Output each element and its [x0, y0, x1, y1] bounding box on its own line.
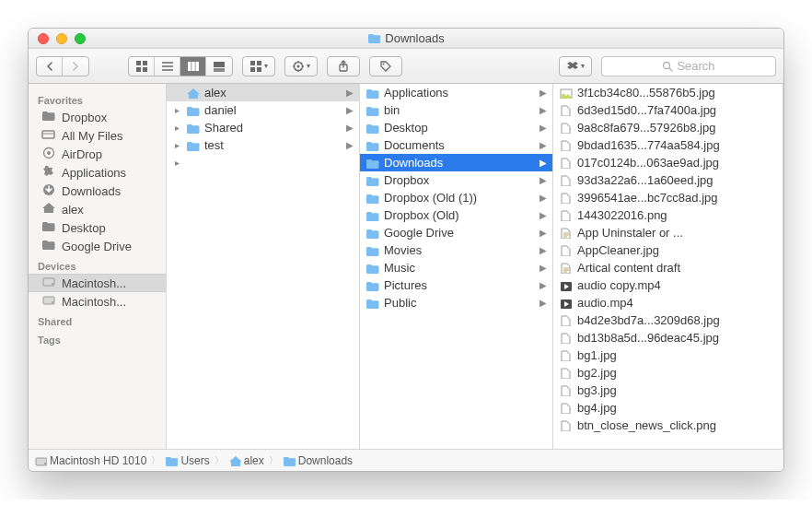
chevron-right-icon: ▶ — [539, 88, 549, 98]
breadcrumb[interactable]: Users — [165, 454, 209, 467]
chevron-right-icon: ▶ — [539, 193, 549, 203]
list-item-label: audio copy.mp4 — [577, 278, 661, 292]
breadcrumb-sep: 〉 — [150, 454, 161, 467]
list-item[interactable]: audio.mp4 — [553, 294, 783, 311]
sidebar-item-alex[interactable]: alex — [29, 200, 166, 218]
column-2[interactable]: Applications▶bin▶Desktop▶Documents▶Downl… — [360, 84, 553, 449]
list-item[interactable]: ▸ — [167, 154, 359, 171]
all-icon — [41, 128, 56, 143]
folder-icon — [186, 140, 200, 151]
chevron-right-icon: ▶ — [539, 228, 549, 238]
view-icon-button[interactable] — [129, 57, 155, 76]
dropbox-dropdown[interactable]: ▾ — [559, 56, 592, 76]
list-item[interactable]: alex▶ — [167, 84, 359, 101]
forward-button[interactable] — [63, 57, 88, 76]
sidebar-item-applications[interactable]: Applications — [29, 163, 166, 182]
minimize-button[interactable] — [56, 33, 67, 44]
sidebar-item-macintosh-[interactable]: Macintosh... — [29, 274, 166, 292]
back-button[interactable] — [37, 57, 63, 76]
home-icon — [186, 88, 200, 99]
list-item[interactable]: ▸test▶ — [167, 136, 359, 154]
sidebar-item-airdrop[interactable]: AirDrop — [29, 145, 166, 163]
doc-icon — [559, 263, 573, 274]
file-icon — [559, 158, 573, 169]
list-item[interactable]: Desktop▶ — [360, 119, 552, 136]
breadcrumb[interactable]: Macintosh HD 1010 — [34, 454, 146, 467]
sidebar-item-label: Google Drive — [62, 240, 132, 253]
list-item[interactable]: Downloads▶ — [360, 154, 552, 171]
share-button[interactable] — [327, 56, 360, 76]
list-item[interactable]: App Uninstaler or ... — [553, 224, 783, 241]
list-item[interactable]: Dropbox (Old (1))▶ — [360, 189, 552, 206]
sidebar-header: Tags — [29, 329, 166, 347]
breadcrumb-sep: 〉 — [268, 454, 279, 467]
folder-icon — [283, 455, 296, 466]
down-icon — [41, 183, 56, 198]
column-3[interactable]: 3f1cb34c80...55876b5.jpg6d3ed15d0...7fa7… — [553, 84, 783, 449]
action-dropdown[interactable]: ▾ — [284, 56, 318, 76]
list-item[interactable]: 9a8c8fa679...57926b8.jpg — [553, 119, 783, 136]
tags-button[interactable] — [369, 56, 402, 76]
sidebar-item-dropbox[interactable]: Dropbox — [29, 108, 166, 126]
sidebar-item-label: Desktop — [62, 221, 106, 235]
close-button[interactable] — [38, 33, 49, 44]
view-buttons — [128, 56, 233, 76]
breadcrumb[interactable]: alex — [228, 454, 264, 467]
list-item[interactable]: Public▶ — [360, 294, 552, 311]
doc-icon — [559, 228, 573, 239]
list-item[interactable]: 3f1cb34c80...55876b5.jpg — [553, 84, 783, 101]
list-item-label: b4d2e3bd7a...3209d68.jpg — [577, 313, 720, 327]
view-coverflow-button[interactable] — [206, 57, 232, 76]
list-item[interactable]: Dropbox (Old)▶ — [360, 206, 552, 224]
list-item[interactable]: 93d3a22a6...1a60eed.jpg — [553, 171, 783, 189]
sidebar-item-downloads[interactable]: Downloads — [29, 182, 166, 200]
folder-icon — [365, 210, 379, 221]
breadcrumb[interactable]: Downloads — [283, 454, 353, 467]
sidebar-item-label: alex — [62, 203, 84, 217]
list-item[interactable]: 6d3ed15d0...7fa7400a.jpg — [553, 101, 783, 119]
list-item[interactable]: Music▶ — [360, 259, 552, 276]
list-item[interactable]: Google Drive▶ — [360, 224, 552, 241]
list-item[interactable]: b4d2e3bd7a...3209d68.jpg — [553, 311, 783, 329]
list-item[interactable]: bg3.jpg — [553, 382, 783, 399]
list-item[interactable]: 017c0124b...063ae9ad.jpg — [553, 154, 783, 171]
list-item[interactable]: Pictures▶ — [360, 276, 552, 294]
list-item[interactable]: Documents▶ — [360, 136, 552, 154]
sidebar-item-desktop[interactable]: Desktop — [29, 218, 166, 237]
zoom-button[interactable] — [75, 33, 86, 44]
view-list-button[interactable] — [155, 57, 180, 76]
list-item-label: btn_close_news_click.png — [577, 418, 716, 432]
list-item[interactable]: 1443022016.png — [553, 206, 783, 224]
column-1[interactable]: alex▶▸daniel▶▸Shared▶▸test▶▸ — [167, 84, 360, 449]
list-item[interactable]: bd13b8a5d...96deac45.jpg — [553, 329, 783, 346]
view-column-button[interactable] — [180, 57, 206, 76]
list-item[interactable]: Movies▶ — [360, 241, 552, 259]
list-item[interactable]: bin▶ — [360, 101, 552, 119]
list-item[interactable]: audio copy.mp4 — [553, 276, 783, 294]
list-item[interactable]: ▸Shared▶ — [167, 119, 359, 136]
sidebar-item-label: Macintosh... — [62, 276, 126, 290]
list-item[interactable]: btn_close_news_click.png — [553, 417, 783, 434]
folder-icon — [365, 175, 379, 186]
search-input[interactable]: Search — [601, 56, 776, 76]
list-item[interactable]: bg1.jpg — [553, 346, 783, 364]
list-item-label: Dropbox (Old (1)) — [384, 191, 477, 205]
hdd-icon — [41, 294, 56, 309]
list-item[interactable]: bg4.jpg — [553, 399, 783, 417]
list-item[interactable]: 3996541ae...bc7cc8ad.jpg — [553, 189, 783, 206]
file-icon — [559, 403, 573, 414]
list-item[interactable]: ▸daniel▶ — [167, 101, 359, 119]
list-item[interactable]: AppCleaner.jpg — [553, 241, 783, 259]
img-icon — [559, 88, 573, 99]
file-icon — [559, 420, 573, 431]
list-item[interactable]: Dropbox▶ — [360, 171, 552, 189]
list-item[interactable]: Applications▶ — [360, 84, 552, 101]
list-item[interactable]: 9bdad1635...774aa584.jpg — [553, 136, 783, 154]
arrange-dropdown[interactable]: ▾ — [242, 56, 275, 76]
list-item[interactable]: bg2.jpg — [553, 364, 783, 382]
list-item-label: Shared — [204, 121, 243, 135]
sidebar-item-macintosh-[interactable]: Macintosh... — [29, 292, 166, 311]
list-item[interactable]: Artical content draft — [553, 259, 783, 276]
sidebar-item-google-drive[interactable]: Google Drive — [29, 237, 166, 255]
sidebar-item-all-my-files[interactable]: All My Files — [29, 126, 166, 145]
